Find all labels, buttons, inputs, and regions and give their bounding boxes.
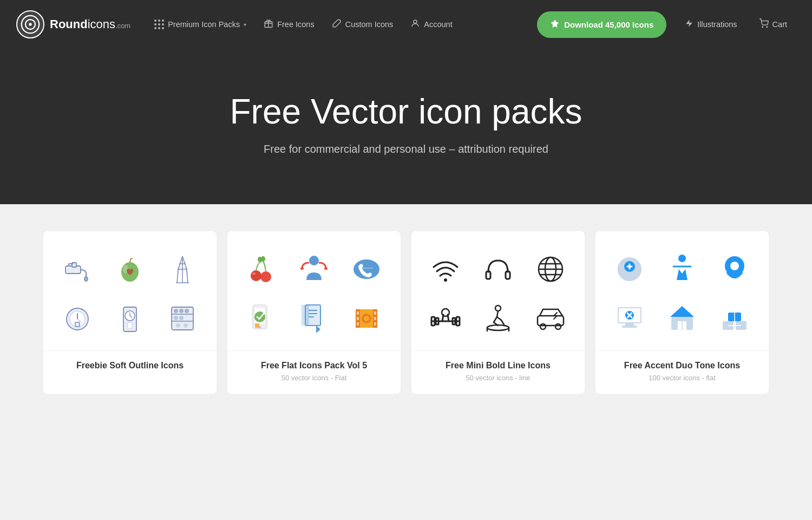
card-title: Free Accent Duo Tone Icons xyxy=(606,361,758,370)
svg-point-35 xyxy=(179,309,184,313)
svg-point-38 xyxy=(179,316,184,320)
grid-icon xyxy=(154,20,164,29)
svg-point-74 xyxy=(364,316,369,321)
nav-item-premium[interactable]: Premium Icon Packs ▾ xyxy=(146,0,255,49)
svg-point-101 xyxy=(540,324,546,329)
svg-marker-6 xyxy=(551,20,559,27)
card-title: Free Flat Icons Pack Vol 5 xyxy=(238,361,390,370)
svg-point-75 xyxy=(444,278,447,282)
clock-icon xyxy=(108,296,152,340)
svg-rect-67 xyxy=(357,311,359,315)
card-icons-soft-outline xyxy=(43,231,217,350)
svg-line-93 xyxy=(494,317,497,322)
svg-rect-24 xyxy=(75,322,80,327)
weightlifting-icon xyxy=(424,296,467,340)
svg-point-36 xyxy=(185,309,189,313)
boxes-icon xyxy=(713,296,756,340)
card-icons-flat xyxy=(227,231,401,350)
svg-line-94 xyxy=(497,317,501,320)
svg-rect-56 xyxy=(255,323,259,328)
nav-items: Premium Icon Packs ▾ Free Icons xyxy=(146,0,527,49)
svg-point-91 xyxy=(495,306,501,311)
card-icons-duotone xyxy=(595,231,769,350)
nav-item-cart[interactable]: Cart xyxy=(750,0,796,49)
svg-point-44 xyxy=(252,272,256,275)
hero-section: Free Vector icon packs Free for commerci… xyxy=(0,49,812,204)
compass-icon xyxy=(56,296,99,340)
abacus-icon xyxy=(161,296,204,340)
svg-marker-7 xyxy=(686,20,692,27)
cards-section: Freebie Soft Outline Icons xyxy=(0,204,812,426)
svg-point-111 xyxy=(730,262,739,270)
svg-point-34 xyxy=(174,309,178,313)
download-cta-button[interactable]: Download 45,000 Icons xyxy=(537,11,666,38)
person-sync-icon xyxy=(292,248,336,291)
svg-rect-30 xyxy=(128,322,132,329)
blueprint-icon xyxy=(292,296,336,340)
headphones-icon xyxy=(476,248,520,291)
svg-point-108 xyxy=(678,255,686,262)
user-icon xyxy=(410,18,420,30)
card-soft-outline[interactable]: Freebie Soft Outline Icons xyxy=(43,231,217,394)
svg-point-40 xyxy=(184,323,188,328)
logo[interactable]: Roundicons.com xyxy=(16,10,130,38)
card-accent-duo[interactable]: Free Accent Duo Tone Icons 100 vector ic… xyxy=(595,231,769,394)
card-flat-vol5[interactable]: Free Flat Icons Pack Vol 5 50 vector ico… xyxy=(227,231,401,394)
globe-icon xyxy=(529,248,572,291)
svg-rect-71 xyxy=(374,317,376,320)
nav-item-account[interactable]: Account xyxy=(402,0,461,49)
nav-item-illustrations[interactable]: Illustrations xyxy=(676,0,745,49)
card-info-soft-outline: Freebie Soft Outline Icons xyxy=(43,350,217,386)
electric-car-icon xyxy=(529,296,572,340)
svg-point-39 xyxy=(176,323,180,328)
nav-item-custom[interactable]: Custom Icons xyxy=(323,0,402,49)
svg-point-12 xyxy=(84,277,88,281)
film-roll-icon xyxy=(345,296,388,340)
logo-icon xyxy=(16,10,44,38)
storefront-icon xyxy=(660,296,704,340)
add-circle-icon xyxy=(608,248,651,291)
card-info-flat: Free Flat Icons Pack Vol 5 50 vector ico… xyxy=(227,350,401,394)
person-standing-icon xyxy=(660,248,704,291)
card-meta: 50 vector icons - Flat xyxy=(238,374,390,382)
award-icon xyxy=(550,19,560,30)
svg-point-42 xyxy=(260,271,271,282)
monitor-x-icon xyxy=(608,296,651,340)
nav-item-free[interactable]: Free Icons xyxy=(255,0,323,49)
location-pin-icon xyxy=(713,248,756,291)
card-icons-line xyxy=(411,231,585,350)
svg-point-37 xyxy=(174,316,178,320)
telephone-icon xyxy=(345,248,388,291)
card-meta: 50 vector icons - line xyxy=(422,374,574,382)
svg-line-90 xyxy=(448,315,449,321)
gift-icon xyxy=(264,18,273,30)
mobile-check-icon xyxy=(240,296,283,340)
svg-rect-115 xyxy=(622,326,637,328)
svg-point-4 xyxy=(414,20,417,23)
svg-marker-49 xyxy=(324,266,328,269)
treadmill-icon xyxy=(476,296,520,340)
cherries-icon xyxy=(240,248,283,291)
card-title: Freebie Soft Outline Icons xyxy=(54,361,206,370)
svg-point-9 xyxy=(767,27,768,28)
svg-rect-72 xyxy=(374,322,376,326)
wifi-icon xyxy=(424,248,467,291)
eiffel-tower-icon xyxy=(161,248,204,291)
svg-point-102 xyxy=(555,324,561,329)
card-mini-bold[interactable]: Free Mini Bold Line Icons 50 vector icon… xyxy=(411,231,585,394)
brush-icon xyxy=(332,18,342,30)
svg-point-43 xyxy=(251,270,261,281)
apple-icon xyxy=(108,248,152,291)
svg-rect-68 xyxy=(357,317,359,320)
lightning-icon xyxy=(685,19,693,30)
faucet-icon xyxy=(56,248,99,291)
svg-point-47 xyxy=(309,256,319,265)
logo-text: Roundicons.com xyxy=(50,17,130,31)
svg-line-89 xyxy=(442,315,443,321)
hero-subtitle: Free for commercial and personal use – a… xyxy=(22,143,790,155)
card-info-duotone: Free Accent Duo Tone Icons 100 vector ic… xyxy=(595,350,769,394)
navbar: Roundicons.com Premium Icon Packs ▾ xyxy=(0,0,812,49)
card-info-line: Free Mini Bold Line Icons 50 vector icon… xyxy=(411,350,585,394)
svg-rect-70 xyxy=(374,311,376,315)
cart-icon xyxy=(759,18,769,30)
